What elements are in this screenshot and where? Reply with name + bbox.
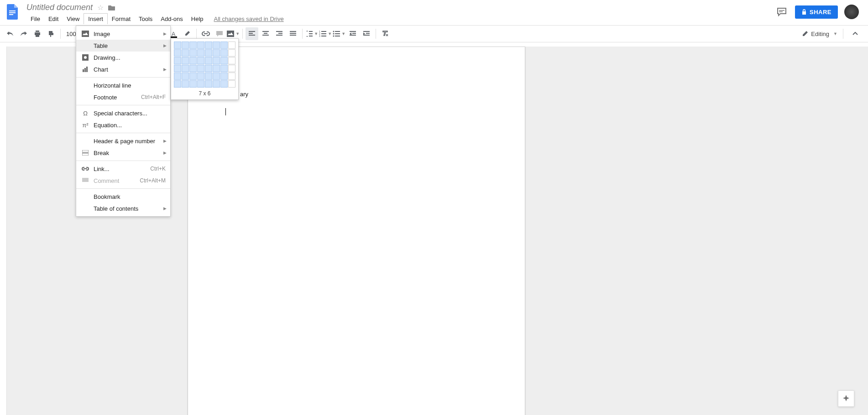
table-grid-cell[interactable] xyxy=(228,42,235,49)
table-grid-cell[interactable] xyxy=(189,73,197,80)
table-grid-cell[interactable] xyxy=(213,80,220,88)
menu-edit[interactable]: Edit xyxy=(44,14,63,24)
table-grid-cell[interactable] xyxy=(213,73,220,80)
insert-bookmark[interactable]: Bookmark xyxy=(76,191,170,202)
table-grid-cell[interactable] xyxy=(174,73,181,80)
table-grid-cell[interactable] xyxy=(189,80,197,88)
table-grid-cell[interactable] xyxy=(197,42,204,49)
insert-special-characters[interactable]: Ω Special characters... xyxy=(76,107,170,119)
table-grid-cell[interactable] xyxy=(205,80,212,88)
table-grid-cell[interactable] xyxy=(182,57,189,64)
undo-icon[interactable] xyxy=(4,27,16,40)
table-grid-cell[interactable] xyxy=(189,42,197,49)
numbered-list-icon[interactable]: 123▼ xyxy=(319,27,332,40)
page[interactable]: ary xyxy=(188,47,525,415)
table-grid-cell[interactable] xyxy=(220,49,228,57)
redo-icon[interactable] xyxy=(17,27,30,40)
table-grid-cell[interactable] xyxy=(197,49,204,57)
table-grid-cell[interactable] xyxy=(205,42,212,49)
account-avatar[interactable] xyxy=(844,5,859,19)
save-status[interactable]: All changes saved in Drive xyxy=(214,16,284,22)
table-grid-cell[interactable] xyxy=(228,73,235,80)
table-grid-cell[interactable] xyxy=(182,80,189,88)
paint-format-icon[interactable] xyxy=(45,27,58,40)
menu-tools[interactable]: Tools xyxy=(135,14,157,24)
insert-table[interactable]: Table▶ xyxy=(76,40,170,52)
insert-table-of-contents[interactable]: Table of contents▶ xyxy=(76,202,170,214)
table-grid-cell[interactable] xyxy=(182,42,189,49)
table-grid-cell[interactable] xyxy=(228,49,235,57)
table-grid-cell[interactable] xyxy=(174,80,181,88)
star-icon[interactable]: ☆ xyxy=(97,3,104,12)
clear-formatting-icon[interactable] xyxy=(379,27,392,40)
table-grid-cell[interactable] xyxy=(205,57,212,64)
table-grid-cell[interactable] xyxy=(205,65,212,72)
table-grid-cell[interactable] xyxy=(197,80,204,88)
table-grid-cell[interactable] xyxy=(197,73,204,80)
insert-drawing[interactable]: Drawing... xyxy=(76,52,170,63)
bulleted-list-icon[interactable]: ▼ xyxy=(333,27,345,40)
align-right-icon[interactable] xyxy=(273,27,286,40)
align-left-icon[interactable] xyxy=(246,27,258,40)
insert-horizontal-line[interactable]: Horizontal line xyxy=(76,79,170,91)
mode-select[interactable]: Editing ▼ xyxy=(802,31,837,37)
table-grid-cell[interactable] xyxy=(228,65,235,72)
menu-view[interactable]: View xyxy=(63,14,84,24)
table-grid-cell[interactable] xyxy=(220,80,228,88)
insert-chart[interactable]: Chart▶ xyxy=(76,63,170,75)
table-grid-cell[interactable] xyxy=(228,57,235,64)
print-icon[interactable] xyxy=(31,27,44,40)
insert-link[interactable]: Link... Ctrl+K xyxy=(76,163,170,175)
docs-logo-icon[interactable] xyxy=(4,3,22,21)
table-grid-cell[interactable] xyxy=(220,42,228,49)
table-grid-cell[interactable] xyxy=(197,57,204,64)
table-grid-cell[interactable] xyxy=(182,49,189,57)
table-grid-cell[interactable] xyxy=(213,42,220,49)
insert-header-page-number[interactable]: Header & page number▶ xyxy=(76,135,170,147)
menu-addons[interactable]: Add-ons xyxy=(157,14,187,24)
document-title[interactable]: Untitled document xyxy=(26,3,93,12)
menu-insert[interactable]: Insert xyxy=(84,13,108,24)
indent-increase-icon[interactable] xyxy=(360,27,373,40)
table-grid-cell[interactable] xyxy=(228,80,235,88)
table-grid-cell[interactable] xyxy=(182,73,189,80)
explore-button[interactable] xyxy=(838,390,854,407)
table-grid-cell[interactable] xyxy=(174,57,181,64)
table-grid-cell[interactable] xyxy=(213,57,220,64)
table-grid-cell[interactable] xyxy=(174,42,181,49)
table-grid-cell[interactable] xyxy=(205,73,212,80)
table-grid[interactable] xyxy=(174,42,235,88)
vertical-ruler[interactable] xyxy=(0,47,7,415)
table-grid-cell[interactable] xyxy=(197,65,204,72)
table-grid-cell[interactable] xyxy=(220,73,228,80)
share-button[interactable]: SHARE xyxy=(795,5,838,19)
document-body-text[interactable]: ary xyxy=(240,91,248,98)
line-spacing-icon[interactable]: ▼ xyxy=(305,27,318,40)
insert-image[interactable]: Image▶ xyxy=(76,28,170,40)
align-justify-icon[interactable] xyxy=(287,27,299,40)
table-grid-cell[interactable] xyxy=(205,49,212,57)
folder-icon[interactable] xyxy=(108,5,115,11)
horizontal-line-icon xyxy=(81,81,90,90)
insert-break[interactable]: Break▶ xyxy=(76,147,170,159)
collapse-chevron-icon[interactable] xyxy=(849,27,862,40)
table-grid-cell[interactable] xyxy=(174,49,181,57)
menu-help[interactable]: Help xyxy=(187,14,208,24)
table-grid-cell[interactable] xyxy=(213,65,220,72)
menu-file[interactable]: File xyxy=(26,14,44,24)
separator xyxy=(843,29,843,39)
indent-decrease-icon[interactable] xyxy=(346,27,359,40)
insert-footnote[interactable]: Footnote Ctrl+Alt+F xyxy=(76,91,170,103)
table-grid-cell[interactable] xyxy=(220,65,228,72)
insert-equation[interactable]: π² Equation... xyxy=(76,119,170,131)
table-grid-cell[interactable] xyxy=(182,65,189,72)
table-grid-cell[interactable] xyxy=(213,49,220,57)
table-grid-cell[interactable] xyxy=(189,49,197,57)
table-grid-cell[interactable] xyxy=(189,57,197,64)
menu-format[interactable]: Format xyxy=(108,14,135,24)
comments-icon[interactable] xyxy=(775,5,789,19)
table-grid-cell[interactable] xyxy=(189,65,197,72)
table-grid-cell[interactable] xyxy=(220,57,228,64)
align-center-icon[interactable] xyxy=(259,27,272,40)
table-grid-cell[interactable] xyxy=(174,65,181,72)
